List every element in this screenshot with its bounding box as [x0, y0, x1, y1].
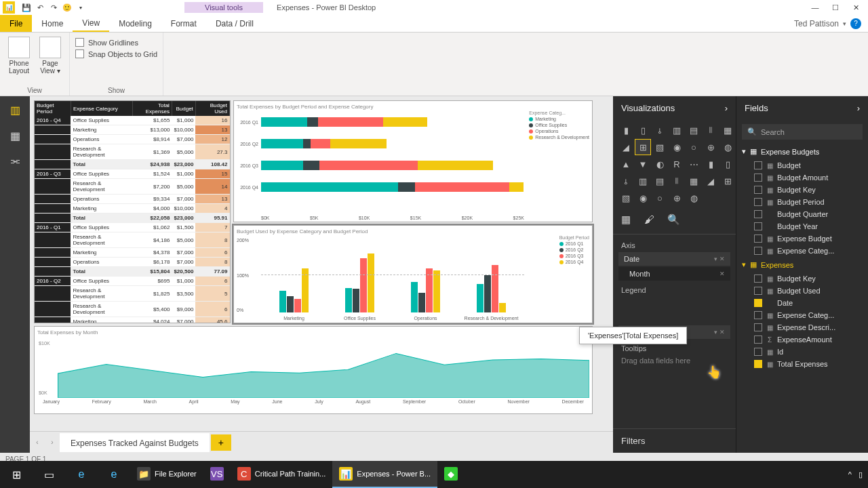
menu-tab-home[interactable]: Home	[32, 15, 73, 32]
ie-icon[interactable]: e	[98, 461, 130, 488]
viz-type-button[interactable]: ▼	[635, 157, 650, 171]
help-icon[interactable]: ?	[850, 18, 861, 29]
viz-type-button[interactable]: ▮	[703, 157, 718, 171]
tray-network-icon[interactable]: ▯	[859, 470, 863, 479]
add-page-button[interactable]: +	[211, 434, 231, 451]
edge-icon[interactable]: e	[65, 461, 98, 488]
viz-type-button[interactable]: ⋯	[686, 157, 701, 171]
undo-icon[interactable]: ↶	[34, 1, 46, 14]
nav-report-icon[interactable]: ▥	[5, 100, 24, 119]
viz-type-button[interactable]: ▥	[669, 123, 684, 138]
axis-subfield[interactable]: Month ✕	[618, 267, 730, 281]
taskbar-item[interactable]: 📁File Explorer	[130, 461, 203, 488]
qat-more-icon[interactable]: ▾	[75, 1, 87, 14]
viz-type-button[interactable]: ▦	[720, 123, 735, 138]
field-item[interactable]: ▦Budget Key	[736, 184, 868, 196]
viz-type-button[interactable]: ◍	[720, 140, 735, 155]
field-item[interactable]: ▦Id	[736, 346, 868, 358]
taskbar-item[interactable]: ◆	[437, 461, 465, 488]
close-button[interactable]: ✕	[848, 1, 864, 14]
taskbar-item[interactable]: 📊Expenses - Power B...	[332, 461, 437, 488]
tab-prev-button[interactable]: ‹	[30, 439, 45, 446]
emoji-icon[interactable]: 🙂	[61, 1, 73, 14]
viz-type-button[interactable]: ▥	[635, 174, 650, 188]
task-view-button[interactable]: ▭	[33, 461, 65, 488]
field-item[interactable]: Budget Year	[736, 220, 868, 232]
viz-type-button[interactable]: ◢	[618, 140, 633, 155]
menu-tab-modeling[interactable]: Modeling	[109, 15, 161, 32]
field-item[interactable]: Date	[736, 297, 868, 309]
viz-type-button[interactable]: ◐	[652, 157, 667, 171]
viz-pane-header[interactable]: Visualizations ›	[613, 96, 736, 120]
filters-header[interactable]: Filters	[613, 428, 736, 453]
viz-type-button[interactable]: ▧	[618, 190, 633, 205]
file-tab[interactable]: File	[0, 15, 32, 32]
taskbar-item[interactable]: VS	[203, 461, 231, 488]
viz-type-button[interactable]: ⊕	[703, 140, 718, 155]
phone-layout-button[interactable]: Phone Layout	[5, 35, 33, 76]
maximize-button[interactable]: ☐	[827, 1, 844, 14]
format-tab-icon[interactable]: 🖌	[644, 214, 659, 228]
field-item[interactable]: ▦Budget Amount	[736, 171, 868, 184]
page-tab[interactable]: Expenses Tracked Against Budgets	[60, 433, 210, 452]
field-item[interactable]: ▦Budget	[736, 159, 868, 171]
viz-type-button[interactable]: ⫴	[703, 123, 718, 138]
stacked-bar-chart[interactable]: Total Expenses by Budget Period and Expe…	[233, 100, 593, 222]
axis-field[interactable]: Date ▾ ✕	[618, 252, 730, 266]
signed-in-user[interactable]: Ted Pattison ▾ ?	[787, 15, 868, 32]
viz-type-button[interactable]: ⫰	[652, 123, 667, 138]
minimize-button[interactable]: —	[807, 1, 823, 14]
viz-type-button[interactable]: ⊞	[635, 140, 650, 155]
matrix-visual[interactable]: Budget PeriodExpense CategoryTotal Expen…	[34, 100, 231, 323]
snap-to-grid-checkbox[interactable]: Snap Objects to Grid	[75, 49, 157, 58]
viz-type-button[interactable]: R	[669, 157, 684, 171]
system-tray[interactable]: ^ ▯	[848, 470, 868, 479]
viz-type-button[interactable]: ▲	[618, 157, 633, 171]
tab-next-button[interactable]: ›	[45, 439, 60, 446]
viz-type-button[interactable]: ▤	[686, 123, 701, 138]
viz-type-button[interactable]: ◉	[669, 140, 684, 155]
tray-chevron-icon[interactable]: ^	[848, 470, 852, 479]
analytics-tab-icon[interactable]: 🔍	[667, 214, 682, 228]
report-canvas[interactable]: Budget PeriodExpense CategoryTotal Expen…	[30, 96, 613, 453]
save-icon[interactable]: 💾	[20, 1, 33, 14]
field-table-header[interactable]: ▾▦Expense Budgets	[736, 144, 868, 159]
nav-data-icon[interactable]: ▦	[5, 126, 24, 145]
viz-type-button[interactable]: ⊞	[720, 174, 735, 188]
field-item[interactable]: Budget Quarter	[736, 208, 868, 220]
field-table-header[interactable]: ▾▦Expenses	[736, 257, 868, 272]
fields-search[interactable]: 🔍 Search	[742, 124, 863, 140]
viz-type-button[interactable]: ○	[652, 190, 667, 205]
menu-tab-datadrill[interactable]: Data / Drill	[206, 15, 263, 32]
field-item[interactable]: ΣExpenseAmount	[736, 333, 868, 346]
viz-type-button[interactable]: ▯	[720, 157, 735, 171]
viz-type-button[interactable]: ▯	[635, 123, 650, 138]
nav-model-icon[interactable]: ⫘	[5, 152, 24, 171]
legend-empty[interactable]	[613, 296, 736, 309]
area-chart[interactable]: Total Expenses by Month $10K $0K January…	[34, 326, 593, 414]
start-button[interactable]: ⊞	[0, 461, 33, 488]
redo-icon[interactable]: ↷	[47, 1, 60, 14]
field-item[interactable]: ▦Expense Categ...	[736, 245, 868, 257]
field-item[interactable]: ▦Expense Descri...	[736, 321, 868, 333]
page-view-button[interactable]: Page View ▾	[37, 35, 64, 76]
show-gridlines-checkbox[interactable]: Show Gridlines	[75, 38, 157, 47]
fields-tab-icon[interactable]: ▦	[621, 214, 636, 228]
taskbar-item[interactable]: CCritical Path Trainin...	[231, 461, 333, 488]
viz-type-button[interactable]: ⫰	[618, 174, 633, 188]
field-item[interactable]: ▦Total Expenses	[736, 358, 868, 370]
viz-type-button[interactable]: ○	[686, 140, 701, 155]
viz-type-button[interactable]: ◉	[635, 190, 650, 205]
viz-type-button[interactable]: ▧	[652, 140, 667, 155]
menu-tab-view[interactable]: View	[73, 15, 109, 32]
fields-pane-header[interactable]: Fields ›	[736, 96, 868, 120]
viz-type-button[interactable]: ▦	[686, 174, 701, 188]
field-item[interactable]: ▦Budget Period	[736, 196, 868, 208]
field-item[interactable]: ▦Expense Categ...	[736, 309, 868, 321]
menu-tab-format[interactable]: Format	[161, 15, 206, 32]
field-item[interactable]: ▦Expense Budget	[736, 232, 868, 245]
viz-type-button[interactable]: ◍	[686, 190, 701, 205]
viz-type-button[interactable]: ▤	[652, 174, 667, 188]
viz-type-button[interactable]: ⫴	[669, 174, 684, 188]
clustered-column-chart[interactable]: Budget Used by Expense Category and Budg…	[233, 225, 593, 323]
